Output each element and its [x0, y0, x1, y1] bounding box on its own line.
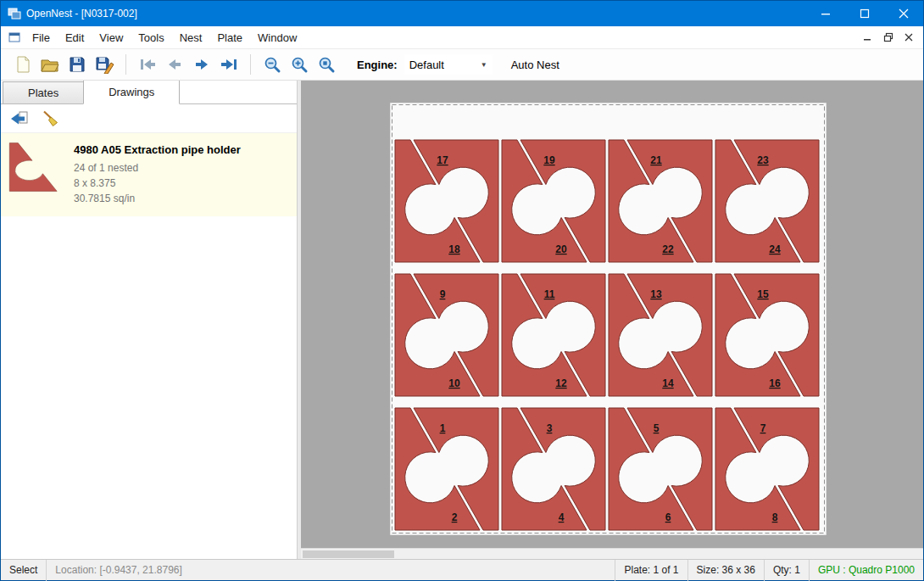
drawing-info: 4980 A05 Extraction pipe holder 24 of 1 … [74, 142, 241, 206]
menu-item-window[interactable]: Window [250, 28, 304, 47]
part-number[interactable]: 12 [555, 377, 567, 389]
horizontal-scrollbar[interactable] [301, 548, 923, 559]
maximize-button[interactable] [845, 1, 884, 26]
go-first-icon [138, 55, 157, 74]
new-button[interactable] [9, 52, 36, 77]
canvas-viewport[interactable]: 171819202122232491011121314151612345678 [301, 81, 923, 548]
tab-drawings[interactable]: Drawings [83, 81, 180, 104]
status-plate-count: Plate: 1 of 1 [615, 560, 687, 580]
zoom-fit-button[interactable] [313, 52, 340, 77]
zoom-in-icon [290, 55, 309, 74]
sidebar: Plates Drawings 4980 A05 Extraction pip [1, 81, 298, 559]
part-number[interactable]: 6 [665, 511, 671, 523]
go-first-button[interactable] [134, 52, 161, 77]
status-bar: Select Location: [-0.9437, 21.8796] Plat… [1, 559, 923, 580]
zoom-out-icon [263, 55, 281, 74]
new-icon [14, 55, 32, 74]
part-number[interactable]: 2 [452, 511, 458, 523]
go-last-icon [220, 55, 238, 74]
toolbar-separator [125, 54, 126, 75]
open-icon [40, 55, 60, 74]
save-edit-icon [94, 55, 114, 74]
part-number[interactable]: 9 [440, 288, 446, 300]
import-drawing-icon [10, 110, 29, 127]
mdi-close-button[interactable] [899, 29, 918, 46]
mdi-window-controls [859, 29, 923, 46]
menu-item-tools[interactable]: Tools [131, 28, 171, 47]
menu-item-view[interactable]: View [92, 28, 131, 47]
part-number[interactable]: 15 [757, 288, 769, 300]
import-drawing-button[interactable] [8, 108, 31, 130]
part-number[interactable]: 21 [650, 154, 662, 166]
part-number[interactable]: 10 [448, 377, 460, 389]
zoom-in-button[interactable] [286, 52, 313, 77]
engine-label: Engine: [357, 59, 398, 71]
content-area: Plates Drawings 4980 A05 Extraction pip [1, 81, 923, 559]
app-icon [8, 7, 21, 20]
part-number[interactable]: 7 [760, 422, 766, 434]
zoom-out-button[interactable] [259, 52, 286, 77]
open-button[interactable] [36, 52, 64, 77]
part-number[interactable]: 24 [769, 243, 781, 255]
window-controls [806, 1, 923, 26]
window-title: OpenNest - [N0317-002] [26, 8, 137, 20]
drawing-title: 4980 A05 Extraction pipe holder [74, 143, 241, 156]
part-number[interactable]: 19 [543, 154, 555, 166]
drawings-toolbar [1, 104, 297, 133]
nesting-canvas[interactable]: 171819202122232491011121314151612345678 [301, 81, 923, 559]
status-location: Location: [-0.9437, 21.8796] [47, 560, 190, 580]
titlebar: OpenNest - [N0317-002] [1, 1, 923, 26]
mdi-minimize-button[interactable] [859, 29, 877, 46]
part-number[interactable]: 16 [769, 377, 781, 389]
part-number[interactable]: 17 [437, 154, 448, 166]
drawing-list: 4980 A05 Extraction pipe holder 24 of 1 … [1, 133, 297, 559]
menu-item-edit[interactable]: Edit [58, 28, 92, 47]
part-number[interactable]: 11 [544, 288, 555, 300]
auto-nest-button[interactable]: Auto Nest [511, 59, 559, 71]
part-number[interactable]: 8 [772, 511, 778, 523]
save-button[interactable] [64, 52, 91, 77]
status-gpu: GPU : Quadro P1000 [810, 560, 923, 580]
part-number[interactable]: 18 [448, 243, 460, 255]
menu-item-file[interactable]: File [25, 28, 58, 47]
app-window: OpenNest - [N0317-002] File Edit View To… [0, 0, 924, 581]
main-toolbar: Engine: Default ▼ Auto Nest [1, 48, 923, 81]
go-next-icon [192, 55, 211, 74]
clean-broom-icon [41, 110, 59, 127]
part-number[interactable]: 20 [555, 243, 567, 255]
save-as-button[interactable] [91, 52, 118, 77]
drawing-thumbnail [8, 142, 64, 193]
minimize-button[interactable] [806, 1, 845, 26]
part-number[interactable]: 5 [654, 422, 660, 434]
zoom-fit-icon [317, 55, 336, 74]
drawing-size: 8 x 8.375 [74, 176, 241, 191]
status-plate-size: Size: 36 x 36 [688, 560, 764, 580]
engine-select[interactable]: Default ▼ [404, 54, 493, 75]
drawing-list-item[interactable]: 4980 A05 Extraction pipe holder 24 of 1 … [1, 133, 297, 216]
part-number[interactable]: 13 [650, 288, 662, 300]
clean-button[interactable] [38, 108, 62, 130]
plate-sheet[interactable]: 171819202122232491011121314151612345678 [390, 103, 827, 535]
part-number[interactable]: 23 [757, 154, 769, 166]
tab-plates[interactable]: Plates [3, 81, 84, 103]
part-number[interactable]: 14 [662, 377, 674, 389]
close-button[interactable] [884, 1, 923, 26]
go-next-button[interactable] [188, 52, 215, 77]
menu-bar: File Edit View Tools Nest Plate Window [1, 26, 923, 48]
part-number[interactable]: 3 [547, 422, 553, 434]
menu-item-plate[interactable]: Plate [209, 28, 250, 47]
mdi-restore-button[interactable] [879, 29, 898, 46]
document-icon [8, 31, 21, 44]
go-last-button[interactable] [215, 52, 242, 77]
scrollbar-thumb[interactable] [303, 550, 394, 558]
part-number[interactable]: 1 [440, 422, 446, 434]
go-previous-icon [165, 55, 184, 74]
menu-item-nest[interactable]: Nest [172, 28, 210, 47]
part-number[interactable]: 4 [559, 511, 565, 523]
save-icon [68, 55, 86, 74]
engine-selected-value: Default [409, 59, 444, 71]
go-previous-button[interactable] [161, 52, 188, 77]
chevron-down-icon: ▼ [481, 61, 487, 69]
part-number[interactable]: 22 [662, 243, 674, 255]
drawing-area: 30.7815 sq/in [74, 191, 241, 206]
